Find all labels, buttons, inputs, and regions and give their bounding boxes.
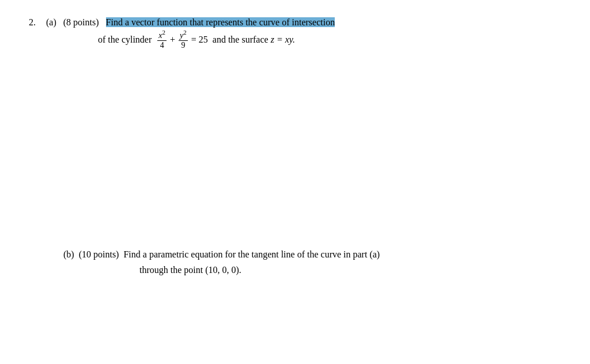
denominator-4: 4 [159,41,165,51]
part-b-line2: through the point (10, 0, 0). [63,262,561,278]
problem-number: 2. [29,17,46,278]
part-b-label: (b) [63,249,74,259]
part-b-content: (b) (10 points) Find a parametric equati… [63,247,561,278]
part-a: (a) (8 points) Find a vector function th… [46,17,561,51]
z-eq-text: z = xy. [271,31,295,49]
part-a-label: (a) [46,17,56,27]
page: 2. (a) (8 points) Find a vector function… [0,0,590,364]
problem-2: 2. (a) (8 points) Find a vector function… [29,17,561,278]
part-b-line1: (b) (10 points) Find a parametric equati… [63,247,561,262]
part-b: (b) (10 points) Find a parametric equati… [46,247,561,278]
fraction-y2-9: y2 9 [179,29,188,51]
and-the-surface-text: and the surface [213,31,268,49]
numerator-y2: y2 [179,29,188,41]
part-b-text: (b) (10 points) Find a parametric equati… [63,247,561,278]
of-the-cylinder-text: of the cylinder [98,31,152,49]
problem-content: (a) (8 points) Find a vector function th… [46,17,561,278]
fraction-x2-4: x2 4 [157,29,167,51]
part-b-points: (10 points) [79,249,119,259]
part-a-points: (8 points) [63,17,99,27]
part-b-find-text: Find a parametric equation for the tange… [123,249,380,259]
numerator-x2: x2 [157,29,167,41]
denominator-9: 9 [180,41,186,51]
part-a-highlighted: Find a vector function that represents t… [106,17,335,27]
part-a-equation-line: of the cylinder x2 4 + y2 9 = 25 and the… [98,29,561,51]
